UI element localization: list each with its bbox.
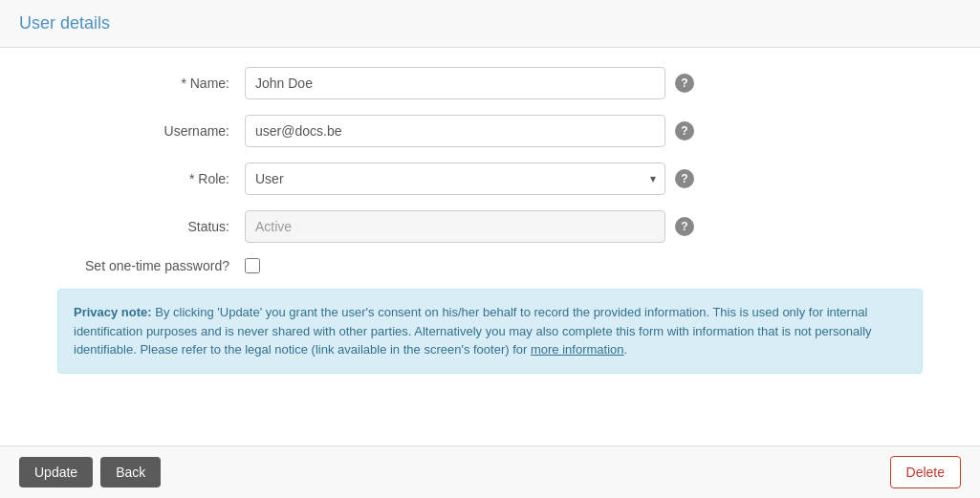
delete-button[interactable]: Delete [890, 456, 961, 488]
status-form-group: Status: ? [0, 210, 980, 243]
privacy-link[interactable]: more information [531, 342, 624, 357]
otp-form-group: Set one-time password? [0, 258, 980, 273]
role-label: * Role: [57, 171, 229, 186]
header: User details [0, 0, 980, 48]
status-label: Status: [57, 219, 229, 234]
role-form-group: * Role: User Admin Viewer ▾ ? [0, 162, 980, 195]
name-label: * Name: [57, 76, 229, 91]
content-area: * Name: ? Username: ? * Role: User Admin… [0, 48, 980, 445]
privacy-text: By clicking 'Update' you grant the user'… [74, 305, 872, 357]
back-button[interactable]: Back [100, 457, 161, 487]
name-input[interactable] [245, 67, 665, 99]
name-form-group: * Name: ? [0, 67, 980, 99]
username-label: Username: [57, 123, 229, 139]
username-help-icon[interactable]: ? [675, 121, 694, 141]
role-select-wrapper: User Admin Viewer ▾ [245, 162, 665, 195]
username-input[interactable] [245, 115, 665, 147]
footer: Update Back Delete [0, 445, 980, 498]
otp-label: Set one-time password? [57, 258, 229, 273]
username-form-group: Username: ? [0, 115, 980, 147]
privacy-note: Privacy note: By clicking 'Update' you g… [57, 289, 923, 374]
otp-checkbox[interactable] [245, 258, 260, 273]
page-title: User details [19, 13, 961, 33]
role-help-icon[interactable]: ? [675, 169, 694, 188]
privacy-bold: Privacy note: [74, 305, 152, 319]
page-wrapper: User details * Name: ? Username: ? * Rol… [0, 0, 980, 498]
role-select[interactable]: User Admin Viewer [245, 162, 665, 195]
name-help-icon[interactable]: ? [675, 74, 694, 93]
status-help-icon[interactable]: ? [675, 217, 694, 236]
privacy-end: . [624, 342, 628, 357]
status-input [245, 210, 665, 243]
update-button[interactable]: Update [19, 457, 93, 487]
footer-left-buttons: Update Back [19, 457, 161, 487]
